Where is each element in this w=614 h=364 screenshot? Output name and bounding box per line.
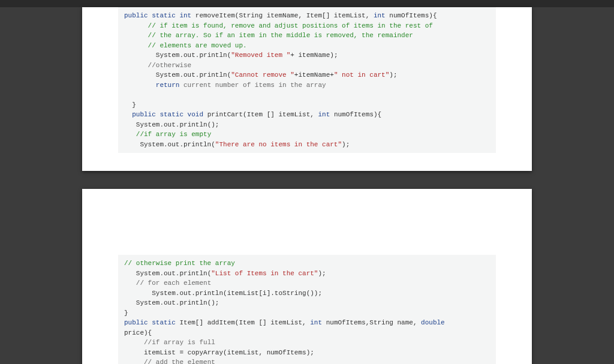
code-text: ); xyxy=(318,270,326,277)
code-comment: //otherwise xyxy=(148,62,192,69)
code-text: current number of items in the array xyxy=(179,82,326,89)
code-keyword: double xyxy=(421,319,445,326)
code-block-1: public static int removeItem(String item… xyxy=(118,7,496,153)
code-string: "Removed item " xyxy=(231,52,290,59)
code-comment: //if array is full xyxy=(144,339,215,346)
code-keyword: int xyxy=(310,319,322,326)
code-keyword: public static int xyxy=(124,12,191,19)
code-comment: // the array. So if an item in the middl… xyxy=(148,32,413,39)
code-text: System.out.println( xyxy=(140,141,215,148)
code-text: System.out.println(itemList[i].toString(… xyxy=(152,290,322,297)
code-text: +itemName+ xyxy=(294,71,334,79)
code-comment: // otherwise print the array xyxy=(124,260,235,267)
code-keyword: return xyxy=(156,82,180,89)
code-text: removeItem(String itemName, Item[] itemL… xyxy=(191,12,374,19)
document-viewport: public static int removeItem(String item… xyxy=(0,7,614,364)
code-text: ); xyxy=(342,141,350,148)
code-text: System.out.println( xyxy=(136,270,211,277)
code-text: numOfItems){ xyxy=(386,12,437,19)
code-comment: // for each element xyxy=(136,279,211,287)
code-text: numOfItems,String name, xyxy=(322,319,421,326)
code-text: System.out.println( xyxy=(156,71,231,79)
code-text: numOfItems){ xyxy=(330,111,381,118)
code-text: System.out.println( xyxy=(156,52,231,59)
code-keyword: public static xyxy=(124,319,176,326)
code-text: ); xyxy=(389,71,397,79)
code-comment: // elements are moved up. xyxy=(148,42,247,49)
code-string: "Cannot remove " xyxy=(231,71,294,79)
code-text: } xyxy=(124,309,128,317)
document-page-2: // otherwise print the array System.out.… xyxy=(82,189,532,364)
code-keyword: int xyxy=(318,111,330,118)
code-keyword: public static void xyxy=(132,111,203,118)
code-text: System.out.println(); xyxy=(136,299,219,306)
code-text: Item[] addItem(Item [] itemList, xyxy=(176,319,310,326)
code-string: "List of Items in the cart" xyxy=(211,270,318,277)
code-comment: //if array is empty xyxy=(136,131,211,138)
window-top-bar xyxy=(0,0,614,7)
code-comment: // add the element xyxy=(144,359,215,364)
document-page-1: public static int removeItem(String item… xyxy=(82,7,532,171)
code-block-2: // otherwise print the array System.out.… xyxy=(118,255,496,364)
code-string: " not in cart" xyxy=(334,71,389,79)
code-text: itemList = copyArray(itemList, numOfItem… xyxy=(144,349,314,356)
code-string: "There are no items in the cart" xyxy=(215,141,342,148)
code-text: } xyxy=(132,101,136,109)
code-text: + itemName); xyxy=(290,52,338,59)
code-text: printCart(Item [] itemList, xyxy=(203,111,318,118)
code-text: price){ xyxy=(124,329,152,336)
code-text: System.out.println(); xyxy=(136,121,219,128)
code-keyword: int xyxy=(374,12,386,19)
code-comment: // if item is found, remove and adjust p… xyxy=(148,22,433,29)
